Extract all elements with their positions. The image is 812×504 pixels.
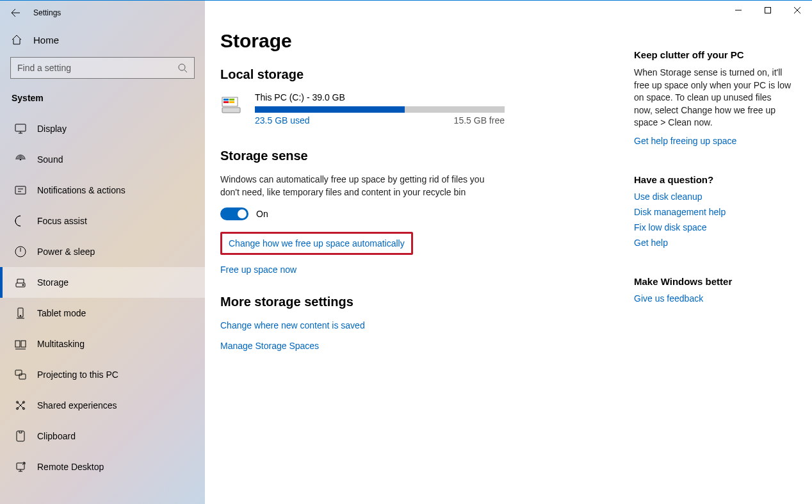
nav-icon bbox=[14, 460, 27, 473]
search-icon bbox=[177, 63, 188, 73]
sidebar-item-display[interactable]: Display bbox=[0, 113, 205, 144]
sidebar-item-shared-experiences[interactable]: Shared experiences bbox=[0, 390, 205, 421]
nav-icon bbox=[14, 368, 27, 381]
window-title: Settings bbox=[33, 8, 61, 17]
nav-icon bbox=[14, 153, 27, 166]
right-pane: Keep clutter off your PC When Storage se… bbox=[628, 6, 792, 504]
nav-icon bbox=[14, 307, 27, 320]
nav-label: Storage bbox=[37, 277, 69, 288]
page-title: Storage bbox=[220, 30, 628, 52]
link-change-content[interactable]: Change where new content is saved bbox=[220, 320, 365, 330]
sidebar-item-sound[interactable]: Sound bbox=[0, 144, 205, 175]
storage-sense-desc: Windows can automatically free up space … bbox=[220, 174, 502, 199]
link-gethelp[interactable]: Get help bbox=[634, 238, 792, 248]
svg-rect-20 bbox=[222, 108, 240, 113]
svg-rect-17 bbox=[17, 431, 24, 441]
nav-icon bbox=[14, 122, 27, 135]
disk-used: 23.5 GB used bbox=[255, 115, 310, 126]
nav-icon bbox=[14, 215, 27, 227]
nav-label: Power & sleep bbox=[37, 247, 95, 257]
svg-rect-23 bbox=[223, 101, 229, 103]
search-box[interactable] bbox=[10, 57, 195, 79]
nav-icon bbox=[14, 399, 27, 412]
svg-rect-10 bbox=[21, 341, 26, 347]
link-cleanup[interactable]: Use disk cleanup bbox=[634, 191, 792, 202]
highlight-box: Change how we free up space automaticall… bbox=[220, 232, 413, 255]
clutter-desc: When Storage sense is turned on, it'll f… bbox=[634, 67, 792, 129]
question-heading: Have a question? bbox=[634, 174, 792, 185]
nav-list: DisplaySoundNotifications & actionsFocus… bbox=[0, 113, 205, 482]
svg-point-6 bbox=[22, 284, 24, 286]
nav-icon bbox=[14, 337, 27, 350]
svg-point-2 bbox=[20, 159, 21, 160]
svg-rect-24 bbox=[229, 99, 234, 101]
nav-icon bbox=[14, 276, 27, 289]
nav-label: Sound bbox=[37, 154, 63, 165]
maximize-button[interactable] bbox=[753, 1, 783, 20]
toggle-label: On bbox=[256, 209, 268, 219]
sidebar-item-projecting-to-this-pc[interactable]: Projecting to this PC bbox=[0, 359, 205, 390]
home-button[interactable]: Home bbox=[0, 25, 205, 54]
sidebar-item-tablet-mode[interactable]: Tablet mode bbox=[0, 298, 205, 329]
search-input[interactable] bbox=[17, 63, 177, 73]
svg-rect-12 bbox=[19, 374, 26, 379]
category-label: System bbox=[0, 85, 205, 113]
svg-point-8 bbox=[20, 315, 21, 316]
disk-free: 15.5 GB free bbox=[454, 115, 505, 126]
sidebar-item-focus-assist[interactable]: Focus assist bbox=[0, 206, 205, 236]
sidebar-item-storage[interactable]: Storage bbox=[0, 267, 205, 298]
svg-rect-3 bbox=[15, 186, 26, 194]
home-icon bbox=[10, 34, 23, 45]
svg-rect-9 bbox=[15, 341, 20, 347]
sidebar: Settings Home System DisplaySoundNotific… bbox=[0, 1, 205, 504]
nav-label: Remote Desktop bbox=[37, 462, 104, 472]
clutter-heading: Keep clutter off your PC bbox=[634, 49, 792, 60]
close-button[interactable] bbox=[783, 1, 812, 20]
disk-name: This PC (C:) - 39.0 GB bbox=[255, 92, 628, 102]
main: Storage Local storage This PC (C:) - 39.… bbox=[205, 1, 812, 504]
storage-sense-toggle[interactable] bbox=[220, 207, 248, 220]
minimize-button[interactable] bbox=[724, 1, 753, 20]
nav-label: Shared experiences bbox=[37, 400, 117, 411]
titlebar: Settings bbox=[0, 1, 205, 25]
better-heading: Make Windows better bbox=[634, 276, 792, 287]
svg-rect-19 bbox=[765, 8, 771, 13]
back-icon[interactable] bbox=[10, 8, 20, 18]
nav-icon bbox=[14, 245, 27, 258]
section-storage-sense: Storage sense bbox=[220, 149, 628, 163]
section-more-settings: More storage settings bbox=[220, 295, 628, 309]
svg-rect-25 bbox=[229, 101, 234, 103]
sidebar-item-notifications-actions[interactable]: Notifications & actions bbox=[0, 175, 205, 206]
nav-label: Display bbox=[37, 124, 67, 134]
nav-label: Focus assist bbox=[37, 216, 87, 226]
link-change-free-up[interactable]: Change how we free up space automaticall… bbox=[229, 238, 405, 248]
link-feedback[interactable]: Give us feedback bbox=[634, 293, 792, 304]
sidebar-item-power-sleep[interactable]: Power & sleep bbox=[0, 236, 205, 267]
window-controls bbox=[724, 1, 812, 20]
nav-label: Notifications & actions bbox=[37, 185, 126, 195]
svg-point-0 bbox=[179, 64, 185, 70]
svg-rect-1 bbox=[15, 124, 26, 131]
link-free-up-now[interactable]: Free up space now bbox=[220, 264, 296, 275]
svg-rect-11 bbox=[15, 370, 22, 375]
link-manage-spaces[interactable]: Manage Storage Spaces bbox=[220, 341, 319, 351]
home-label: Home bbox=[33, 35, 59, 45]
content: Storage Local storage This PC (C:) - 39.… bbox=[220, 6, 628, 504]
sidebar-item-multitasking[interactable]: Multitasking bbox=[0, 329, 205, 359]
nav-icon bbox=[14, 184, 27, 197]
disk-icon bbox=[220, 95, 242, 117]
disk-bar bbox=[255, 106, 505, 113]
nav-label: Multitasking bbox=[37, 339, 85, 349]
disk-row[interactable]: This PC (C:) - 39.0 GB 23.5 GB used 15.5… bbox=[220, 92, 628, 126]
sidebar-item-clipboard[interactable]: Clipboard bbox=[0, 421, 205, 451]
nav-label: Clipboard bbox=[37, 431, 76, 441]
link-fix[interactable]: Fix low disk space bbox=[634, 222, 792, 232]
link-diskmgmt[interactable]: Disk management help bbox=[634, 207, 792, 217]
sidebar-item-remote-desktop[interactable]: Remote Desktop bbox=[0, 451, 205, 482]
section-local-storage: Local storage bbox=[220, 67, 628, 82]
nav-label: Tablet mode bbox=[37, 308, 86, 318]
link-help-free[interactable]: Get help freeing up space bbox=[634, 136, 792, 146]
svg-rect-22 bbox=[223, 99, 229, 101]
nav-icon bbox=[14, 430, 27, 443]
nav-label: Projecting to this PC bbox=[37, 370, 118, 380]
